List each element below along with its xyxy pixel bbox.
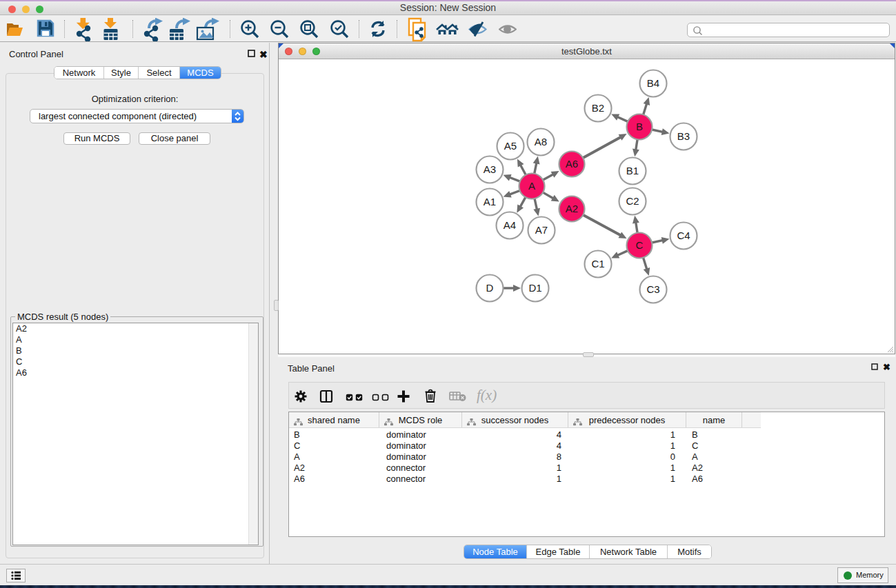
svg-text:D1: D1	[528, 282, 541, 294]
svg-text:B1: B1	[626, 165, 639, 176]
svg-text:B: B	[636, 121, 643, 132]
svg-text:A4: A4	[504, 219, 516, 231]
svg-text:A8: A8	[535, 136, 547, 148]
svg-text:C1: C1	[591, 258, 604, 270]
svg-text:C4: C4	[677, 230, 690, 241]
svg-text:C3: C3	[646, 283, 659, 295]
svg-text:D: D	[486, 282, 494, 294]
svg-text:C2: C2	[626, 195, 639, 207]
svg-text:A5: A5	[504, 140, 517, 152]
svg-text:B3: B3	[677, 130, 690, 142]
svg-text:C: C	[636, 239, 644, 251]
svg-text:A6: A6	[566, 158, 578, 170]
svg-text:A: A	[528, 180, 535, 192]
svg-text:A2: A2	[566, 203, 578, 214]
svg-text:B2: B2	[592, 102, 604, 114]
svg-text:A7: A7	[535, 224, 548, 236]
svg-text:A3: A3	[484, 163, 496, 175]
svg-text:A1: A1	[484, 196, 496, 207]
svg-text:B4: B4	[647, 77, 659, 89]
